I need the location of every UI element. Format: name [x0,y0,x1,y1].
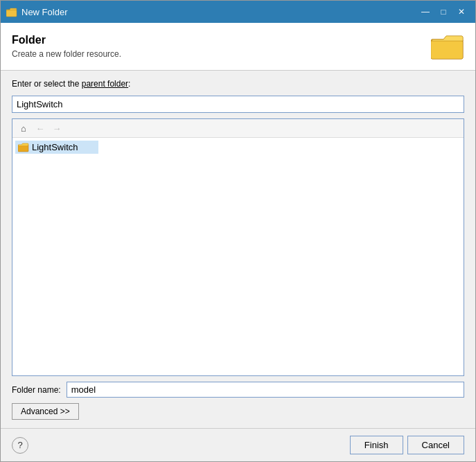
cancel-button[interactable]: Cancel [407,436,464,454]
help-icon: ? [17,440,22,450]
title-bar-icon [6,6,17,17]
home-button[interactable]: ⌂ [16,121,31,135]
new-folder-dialog: New Folder — □ ✕ Folder Create a new fol… [0,0,476,462]
footer-left: ? [12,437,28,454]
maximize-button[interactable]: □ [435,5,452,19]
tree-toolbar: ⌂ ← → [12,119,464,138]
advanced-section: Advanced >> [12,403,464,420]
parent-folder-underline: parent folder [82,79,128,89]
close-button[interactable]: ✕ [453,5,470,19]
home-icon: ⌂ [21,123,26,134]
back-icon: ← [36,123,45,134]
folder-name-row: Folder name: [12,382,464,398]
title-bar-title: New Folder [21,7,417,17]
dialog-footer: ? Finish Cancel [1,428,475,461]
header-text: Folder Create a new folder resource. [12,34,121,59]
folder-large-icon [431,33,464,60]
title-bar-controls: — □ ✕ [417,5,470,19]
tree-panel: ⌂ ← → [12,118,464,376]
body-section: Enter or select the parent folder: ⌂ ← → [1,71,475,428]
finish-button[interactable]: Finish [350,436,403,454]
svg-rect-3 [18,145,28,152]
forward-icon: → [53,123,62,134]
help-button[interactable]: ? [12,437,28,454]
dialog-content: Folder Create a new folder resource. Ent… [1,23,475,428]
folder-name-label: Folder name: [12,385,61,395]
parent-folder-input[interactable] [12,96,464,113]
footer-buttons: Finish Cancel [350,436,464,454]
title-bar: New Folder — □ ✕ [1,1,475,23]
svg-rect-0 [6,10,17,17]
minimize-button[interactable]: — [417,5,434,19]
tree-item-lightswitch[interactable]: LightSwitch [15,141,98,154]
folder-name-input[interactable] [67,382,464,398]
parent-folder-label: Enter or select the parent folder: [12,79,464,89]
header-section: Folder Create a new folder resource. [1,23,475,71]
forward-button[interactable]: → [49,121,64,135]
tree-content: LightSwitch [12,138,464,375]
svg-rect-2 [431,41,463,59]
tree-folder-icon [18,143,29,152]
tree-item-label: LightSwitch [32,142,78,152]
advanced-button[interactable]: Advanced >> [12,403,79,420]
back-button[interactable]: ← [33,121,48,135]
dialog-title: Folder [12,34,121,46]
dialog-subtitle: Create a new folder resource. [12,49,121,59]
